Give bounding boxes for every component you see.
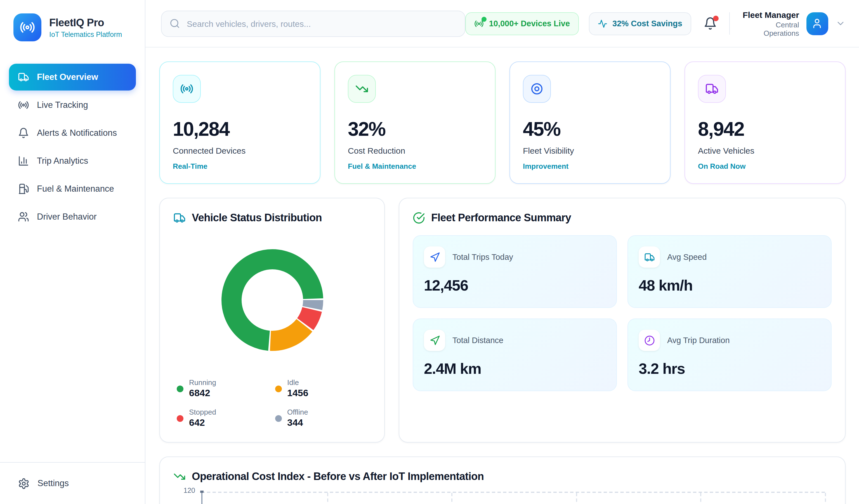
legend-item-idle: Idle 1456	[275, 378, 367, 399]
stat-iconbox	[348, 75, 376, 103]
legend-item-running: Running 6842	[177, 378, 269, 399]
main-area: 10,000+ Devices Live 32% Cost Savings Fl…	[146, 0, 859, 504]
search-input[interactable]	[161, 10, 466, 36]
stat-value: 45%	[523, 118, 657, 140]
trending-down-icon	[174, 471, 186, 483]
plot-area	[201, 492, 825, 504]
vehicle-status-donut-chart	[217, 245, 327, 355]
sidebar-item-label: Live Tracking	[37, 100, 88, 110]
tile-value: 12,456	[424, 277, 606, 295]
legend-value: 344	[287, 418, 308, 428]
fuel-pump-icon	[18, 183, 29, 194]
tile-value: 2.4M km	[424, 360, 606, 378]
sidebar-item-trip-analytics[interactable]: Trip Analytics	[9, 147, 136, 174]
stat-sublabel: Fuel & Maintenance	[348, 162, 482, 170]
stat-cards-row: 10,284 Connected Devices Real-Time 32% C…	[160, 61, 846, 184]
bar-chart-icon	[18, 155, 29, 167]
sidebar-item-label: Fuel & Maintenance	[37, 184, 114, 194]
legend-item-stopped: Stopped 642	[177, 408, 269, 428]
search	[161, 10, 466, 36]
stat-iconbox	[698, 75, 726, 103]
performance-tiles: Total Trips Today 12,456 Avg Speed 48 km…	[413, 235, 832, 391]
stat-label: Cost Reduction	[348, 146, 482, 155]
cost-savings-text: 32% Cost Savings	[612, 19, 682, 28]
sidebar-item-fuel-maintenance[interactable]: Fuel & Maintenance	[9, 175, 136, 202]
notifications-bell-icon[interactable]	[704, 17, 717, 30]
y-axis-tick-120: 120	[177, 487, 195, 494]
legend-value: 642	[189, 418, 216, 428]
stat-label: Connected Devices	[173, 146, 307, 155]
stat-iconbox	[173, 75, 201, 103]
settings-label: Settings	[37, 478, 69, 488]
legend-dot	[177, 385, 183, 392]
user-menu[interactable]: Fleet Manager Central Operations	[741, 10, 846, 37]
sidebar-item-label: Alerts & Notifications	[37, 128, 117, 138]
legend-dot	[177, 415, 183, 422]
tile-label: Avg Trip Duration	[667, 336, 730, 345]
topbar: 10,000+ Devices Live 32% Cost Savings Fl…	[146, 0, 859, 47]
radio-icon	[180, 82, 194, 96]
tile-total-trips-today: Total Trips Today 12,456	[413, 235, 617, 308]
sidebar-item-live-tracking[interactable]: Live Tracking	[9, 92, 136, 119]
truck-icon	[705, 82, 719, 96]
legend-value: 1456	[287, 388, 308, 399]
stat-card-connected-devices: 10,284 Connected Devices Real-Time	[160, 61, 320, 184]
sidebar-item-label: Driver Behavior	[37, 212, 97, 222]
tile-iconbox	[639, 247, 660, 268]
sidebar-nav: Fleet Overview Live Tracking Alerts & No…	[0, 64, 145, 230]
vehicle-status-panel: Vehicle Status Distribution Running 6842	[160, 198, 385, 443]
radio-icon	[19, 19, 35, 35]
brand-name: FleetIQ Pro	[49, 16, 122, 29]
tile-label: Avg Speed	[667, 253, 707, 262]
chevron-down-icon	[835, 18, 846, 29]
tile-avg-trip-duration: Avg Trip Duration 3.2 hrs	[628, 318, 832, 391]
search-icon	[169, 18, 180, 29]
user-icon	[812, 18, 823, 29]
tile-iconbox	[639, 330, 660, 351]
tile-avg-speed: Avg Speed 48 km/h	[628, 235, 832, 308]
panel-title: Operational Cost Index - Before vs After…	[192, 471, 484, 483]
stat-sublabel: Real-Time	[173, 162, 307, 170]
stat-card-fleet-visibility: 45% Fleet Visibility Improvement	[510, 61, 670, 184]
sidebar-item-label: Fleet Overview	[37, 72, 98, 82]
brand-logo	[13, 13, 41, 41]
devices-live-badge: 10,000+ Devices Live	[466, 12, 579, 35]
brand: FleetIQ Pro IoT Telematics Platform	[0, 0, 145, 41]
stat-card-cost-reduction: 32% Cost Reduction Fuel & Maintenance	[334, 61, 496, 184]
legend-item-offline: Offline 344	[275, 408, 367, 428]
stat-value: 10,284	[173, 118, 307, 140]
stat-iconbox	[523, 75, 551, 103]
stat-sublabel: On Road Now	[698, 162, 832, 170]
legend-dot	[275, 415, 282, 422]
sidebar-item-driver-behavior[interactable]: Driver Behavior	[9, 203, 136, 230]
stat-card-active-vehicles: 8,942 Active Vehicles On Road Now	[684, 61, 846, 184]
avatar	[807, 12, 828, 35]
tile-value: 48 km/h	[639, 277, 820, 295]
panel-title: Fleet Performance Summary	[431, 212, 571, 224]
gridline	[451, 493, 452, 504]
clock-icon	[644, 335, 654, 346]
tile-iconbox	[424, 247, 445, 268]
user-name: Fleet Manager	[741, 10, 799, 19]
sidebar: FleetIQ Pro IoT Telematics Platform Flee…	[0, 0, 146, 504]
tile-value: 3.2 hrs	[639, 360, 820, 378]
sidebar-item-fleet-overview[interactable]: Fleet Overview	[9, 64, 136, 91]
fleet-performance-panel: Fleet Performance Summary Total Trips To…	[399, 198, 846, 443]
user-org: Central Operations	[741, 20, 799, 37]
donut-legend: Running 6842 Idle 1456	[174, 378, 371, 428]
devices-live-text: 10,000+ Devices Live	[489, 19, 570, 28]
gear-icon	[18, 477, 30, 489]
legend-label: Running	[189, 378, 216, 387]
gridline	[825, 493, 826, 504]
cost-index-panel: Operational Cost Index - Before vs After…	[160, 457, 846, 504]
eye-target-icon	[530, 82, 544, 96]
stat-value: 8,942	[698, 118, 832, 140]
activity-icon	[598, 19, 607, 28]
truck-icon	[18, 72, 29, 83]
tile-label: Total Trips Today	[452, 253, 513, 262]
sidebar-item-settings[interactable]: Settings	[0, 462, 145, 504]
sidebar-item-alerts-notifications[interactable]: Alerts & Notifications	[9, 120, 136, 146]
app-root: FleetIQ Pro IoT Telematics Platform Flee…	[0, 0, 859, 504]
axis-tick	[200, 491, 204, 493]
brand-tagline: IoT Telematics Platform	[49, 30, 122, 38]
